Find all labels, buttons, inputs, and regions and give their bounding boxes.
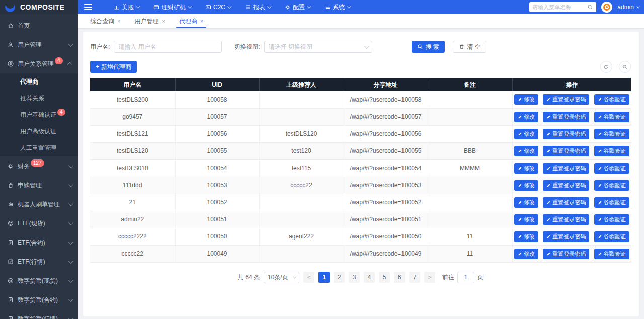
col-header-remark: 备注 [428, 78, 512, 91]
edit-button[interactable]: 修改 [514, 197, 538, 208]
edit-button[interactable]: 修改 [514, 112, 538, 122]
nav-item-stocks[interactable]: 美股 [113, 3, 139, 12]
close-icon[interactable]: × [200, 18, 203, 24]
sidebar-item-etf-contract[interactable]: ETF(合约) [0, 233, 78, 252]
reset-password-button[interactable]: 重置登录密码 [543, 112, 589, 122]
reset-password-button[interactable]: 重置登录密码 [543, 180, 589, 191]
sidebar-item-user-advanced-auth[interactable]: 用户高级认证 [0, 123, 78, 140]
nav-item-wealth-mining[interactable]: 理财矿机 [153, 3, 191, 12]
google-verify-button[interactable]: 谷歌验证 [594, 180, 629, 191]
edit-button[interactable]: 修改 [514, 249, 538, 259]
goto-page-input[interactable] [457, 272, 474, 283]
page-button-7[interactable]: 7 [409, 272, 420, 283]
sidebar-item-agents[interactable]: 代理商 [0, 73, 78, 90]
sidebar-item-finance[interactable]: 财务 127 [0, 156, 78, 176]
tab-composite-query[interactable]: 综合查询 × [83, 14, 127, 28]
sidebar-item-crypto-contract[interactable]: 数字货币(合约) [0, 290, 78, 309]
tabs-bar: 综合查询 × 用户管理 × 代理商 × [78, 14, 644, 29]
tab-agents[interactable]: 代理商 × [172, 14, 210, 28]
sidebar-item-etf-spot[interactable]: ETF(现货) [0, 214, 78, 233]
reset-password-button[interactable]: 重置登录密码 [543, 249, 589, 259]
sidebar-item-home[interactable]: 首页 [0, 16, 78, 35]
page-button-2[interactable]: 2 [334, 272, 345, 283]
col-header-actions: 操作 [512, 78, 631, 91]
refresh-button[interactable] [600, 61, 612, 73]
sidebar-item-user-management[interactable]: 用户管理 [0, 35, 78, 54]
reset-password-button[interactable]: 重置登录密码 [543, 214, 589, 225]
search-button[interactable]: 搜 索 [412, 41, 445, 53]
page-button-6[interactable]: 6 [394, 272, 405, 283]
reset-password-button[interactable]: 重置登录密码 [543, 94, 589, 105]
prev-page-button[interactable]: < [303, 272, 314, 283]
sidebar-item-crypto-spot[interactable]: 数字货币(现货) [0, 271, 78, 290]
edit-button[interactable]: 修改 [514, 146, 538, 156]
menu-search-input[interactable] [532, 4, 585, 10]
sidebar-item-etf-quotes[interactable]: ETF(行情) [0, 252, 78, 271]
nav-item-system[interactable]: 系统 [324, 3, 350, 12]
cell-uid: 100057 [175, 108, 259, 125]
google-verify-button[interactable]: 谷歌验证 [594, 214, 629, 225]
reset-password-button[interactable]: 重置登录密码 [543, 197, 589, 208]
sidebar-item-label: 用户管理 [18, 41, 42, 49]
edit-button[interactable]: 修改 [514, 94, 538, 105]
sidebar-item-crypto-quotes[interactable]: 数字货币(行情) [0, 309, 78, 319]
top-navbar: 美股 理财矿机 C2C 报表 配置 系统 [78, 0, 644, 14]
view-switch-select[interactable]: 请选择 切换视图 [264, 41, 372, 53]
google-verify-button[interactable]: 谷歌验证 [594, 163, 629, 174]
chevron-down-icon [136, 4, 140, 8]
sidebar-item-user-relation-management[interactable]: 用户关系管理 4 [0, 54, 78, 73]
user-menu[interactable]: admin [617, 4, 639, 11]
sidebar-item-manual-reset[interactable]: 人工重置管理 [0, 140, 78, 156]
nav-item-config[interactable]: 配置 [284, 3, 310, 12]
close-icon[interactable]: × [117, 18, 120, 24]
nav-item-c2c[interactable]: C2C [205, 4, 230, 11]
sidebar-item-referral-relations[interactable]: 推荐关系 [0, 90, 78, 107]
next-page-button[interactable]: > [424, 272, 435, 283]
google-verify-button[interactable]: 谷歌验证 [594, 197, 629, 208]
google-verify-button[interactable]: 谷歌验证 [594, 94, 629, 105]
reset-password-button[interactable]: 重置登录密码 [543, 163, 589, 174]
edit-button[interactable]: 修改 [514, 180, 538, 191]
close-icon[interactable]: × [162, 18, 165, 24]
reset-password-button[interactable]: 重置登录密码 [543, 231, 589, 242]
reset-password-button[interactable]: 重置登录密码 [543, 146, 589, 156]
edit-button[interactable]: 修改 [514, 231, 538, 242]
menu-search-box[interactable] [529, 2, 596, 12]
username-filter-field[interactable] [114, 41, 222, 53]
nav-item-label: 理财矿机 [162, 3, 186, 12]
cell-username: 111ddd [90, 177, 175, 194]
column-search-button[interactable] [619, 61, 631, 73]
google-verify-button[interactable]: 谷歌验证 [594, 112, 629, 122]
edit-button[interactable]: 修改 [514, 214, 538, 225]
page-button-1[interactable]: 1 [318, 272, 330, 283]
username-filter-input[interactable] [118, 43, 217, 50]
add-agent-button[interactable]: + 新增代理商 [90, 61, 137, 73]
search-icon[interactable] [587, 4, 593, 11]
page-size-select[interactable]: 10条/页 [264, 272, 299, 283]
page-size-value: 10条/页 [268, 273, 288, 282]
sidebar-item-label: 申购管理 [18, 181, 42, 190]
avatar[interactable] [601, 2, 612, 13]
clear-button[interactable]: 清 空 [453, 41, 486, 53]
tab-user-management[interactable]: 用户管理 × [127, 14, 172, 28]
sidebar-item-robot-management[interactable]: 机器人刷单管理 [0, 195, 78, 214]
table-row: ccccc2222 100050 agent222 /wap/#/?userco… [90, 228, 631, 245]
total-count-label: 共 64 条 [237, 273, 260, 282]
nav-item-reports[interactable]: 报表 [245, 3, 270, 12]
reset-password-button[interactable]: 重置登录密码 [543, 129, 589, 139]
edit-button[interactable]: 修改 [514, 129, 538, 139]
page-button-5[interactable]: 5 [379, 272, 390, 283]
table-row: testDLS121 100056 testDLS120 /wap/#/?use… [90, 125, 631, 142]
page-button-3[interactable]: 3 [349, 272, 360, 283]
google-verify-button[interactable]: 谷歌验证 [594, 231, 629, 242]
google-verify-button[interactable]: 谷歌验证 [594, 146, 629, 156]
sidebar-item-subscription-management[interactable]: 申购管理 [0, 176, 78, 195]
sidebar-item-user-basic-auth[interactable]: 用户基础认证 4 [0, 107, 78, 123]
edit-button[interactable]: 修改 [514, 163, 538, 174]
page-button-4[interactable]: 4 [364, 272, 375, 283]
hamburger-menu-icon[interactable] [84, 4, 92, 10]
cell-actions: 修改 重置登录密码 谷歌验证 [512, 245, 631, 262]
google-verify-button[interactable]: 谷歌验证 [594, 249, 629, 259]
gear-icon [284, 4, 291, 11]
google-verify-button[interactable]: 谷歌验证 [594, 129, 629, 139]
